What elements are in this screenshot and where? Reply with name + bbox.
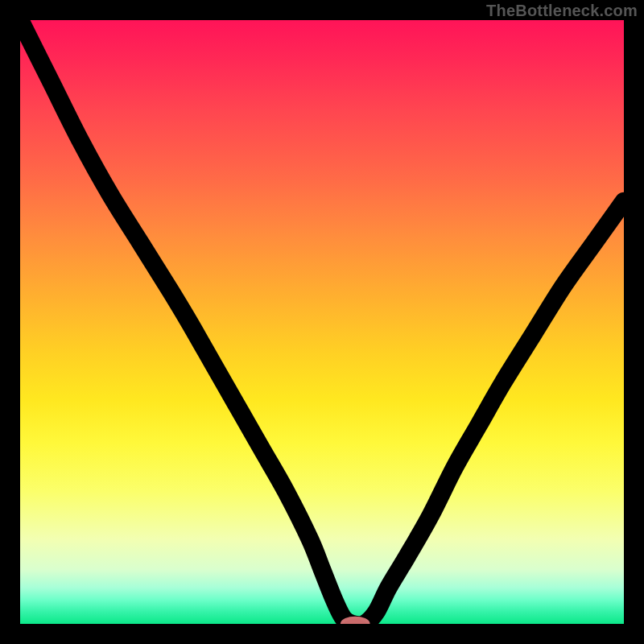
chart-frame: TheBottleneck.com xyxy=(0,0,644,644)
watermark-text: TheBottleneck.com xyxy=(486,2,638,20)
bottleneck-curve xyxy=(20,20,624,624)
optimum-marker xyxy=(342,618,369,625)
plot-area xyxy=(20,20,624,624)
curve-svg xyxy=(20,20,624,624)
